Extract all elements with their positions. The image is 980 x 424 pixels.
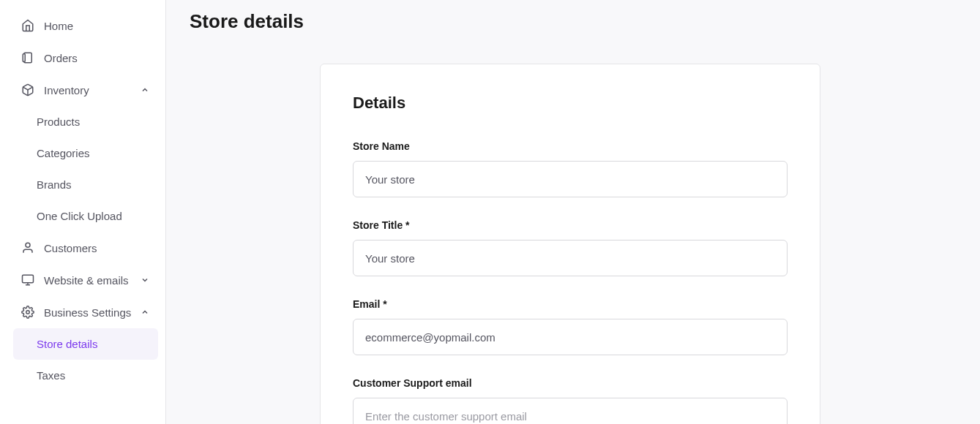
sidebar-subitem-products[interactable]: Products xyxy=(13,106,158,137)
sidebar-subitem-label: Categories xyxy=(37,147,90,159)
sidebar-item-label: Orders xyxy=(44,52,151,64)
card-title: Details xyxy=(353,94,788,113)
store-title-label: Store Title * xyxy=(353,219,788,231)
sidebar-item-orders[interactable]: Orders xyxy=(13,42,158,74)
form-group-support-email: Customer Support email xyxy=(353,377,788,424)
gear-icon xyxy=(20,305,35,319)
sidebar-subitem-label: One Click Upload xyxy=(37,210,122,222)
customers-icon xyxy=(20,241,35,255)
sidebar-subitem-label: Store details xyxy=(37,338,97,350)
store-name-label: Store Name xyxy=(353,140,788,152)
sidebar-subitem-one-click-upload[interactable]: One Click Upload xyxy=(13,200,158,232)
orders-icon xyxy=(20,50,35,65)
home-icon xyxy=(20,18,35,33)
support-email-input[interactable] xyxy=(353,398,788,424)
sidebar-item-label: Inventory xyxy=(44,84,139,96)
chevron-down-icon xyxy=(139,274,151,286)
sidebar: Home Orders Inventory Products Categorie… xyxy=(0,0,166,424)
svg-rect-4 xyxy=(23,275,34,283)
sidebar-item-customers[interactable]: Customers xyxy=(13,232,158,264)
sidebar-subitem-label: Taxes xyxy=(37,369,65,382)
sidebar-subitem-store-details[interactable]: Store details xyxy=(13,328,158,360)
sidebar-subitem-brands[interactable]: Brands xyxy=(13,169,158,200)
chevron-up-icon xyxy=(139,306,151,318)
sidebar-item-home[interactable]: Home xyxy=(13,10,158,42)
form-group-email: Email * xyxy=(353,298,788,355)
sidebar-item-label: Home xyxy=(44,20,151,32)
svg-rect-1 xyxy=(23,54,25,62)
support-email-label: Customer Support email xyxy=(353,377,788,389)
svg-point-3 xyxy=(26,243,30,247)
sidebar-subitem-taxes[interactable]: Taxes xyxy=(13,360,158,391)
sidebar-item-label: Business Settings xyxy=(44,306,139,319)
email-label: Email * xyxy=(353,298,788,310)
monitor-icon xyxy=(20,273,35,287)
sidebar-item-inventory[interactable]: Inventory xyxy=(13,74,158,106)
svg-point-7 xyxy=(26,311,30,314)
sidebar-item-label: Website & emails xyxy=(44,274,139,287)
form-group-store-name: Store Name xyxy=(353,140,788,197)
chevron-up-icon xyxy=(139,84,151,96)
details-card: Details Store Name Store Title * Email *… xyxy=(320,64,820,424)
email-input[interactable] xyxy=(353,319,788,355)
sidebar-item-business-settings[interactable]: Business Settings xyxy=(13,296,158,328)
sidebar-item-website-emails[interactable]: Website & emails xyxy=(13,264,158,296)
sidebar-subitem-label: Products xyxy=(37,116,80,128)
sidebar-item-label: Customers xyxy=(44,242,151,254)
store-name-input[interactable] xyxy=(353,161,788,197)
page-title: Store details xyxy=(190,10,951,33)
store-title-input[interactable] xyxy=(353,240,788,276)
form-group-store-title: Store Title * xyxy=(353,219,788,276)
inventory-icon xyxy=(20,83,35,97)
main-content: Store details Details Store Name Store T… xyxy=(166,0,980,424)
sidebar-subitem-categories[interactable]: Categories xyxy=(13,137,158,169)
sidebar-subitem-label: Brands xyxy=(37,178,72,191)
